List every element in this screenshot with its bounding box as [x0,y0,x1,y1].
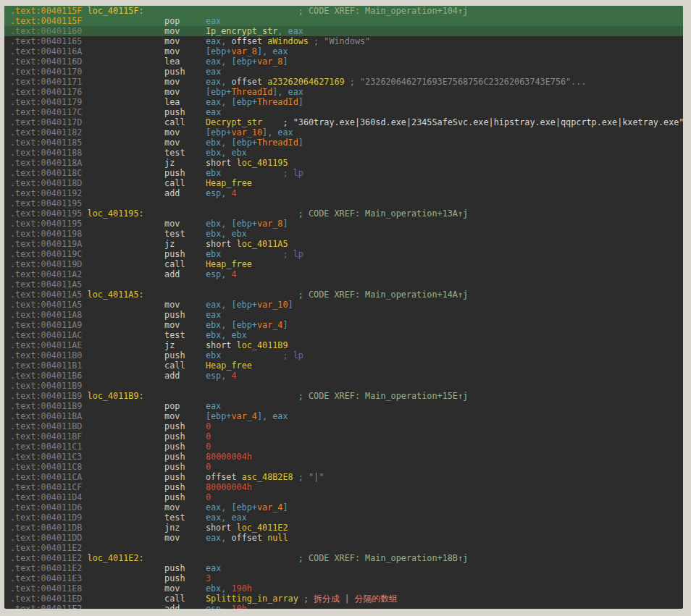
asm-line[interactable]: .text:00401198 test ebx, ebx [4,229,683,239]
token-o: var_8 [231,46,257,56]
asm-line[interactable]: .text:004011E3 push 3 [4,573,683,583]
asm-line[interactable]: .text:004011D4 push 0 [4,492,683,502]
asm-line[interactable]: .text:004011BD push 0 [4,421,683,431]
asm-line[interactable]: .text:0040118C push ebx ; lp [4,168,683,178]
token-ad: .text:004011A2 [10,269,82,279]
asm-line[interactable]: .text:00401179 lea eax, [ebp+ThreadId] [4,97,683,107]
asm-line[interactable]: .text:00401182 mov [ebp+var_10], eax [4,127,683,138]
asm-line[interactable]: .text:004011AE jz short loc_4011B9 [4,340,683,350]
token-mn: jz [164,340,175,350]
asm-line[interactable]: .text:004011E8 mov ebx, 190h [4,583,683,594]
token-r: ] [298,138,303,148]
token-kw: short [206,340,237,350]
token-ad: .text:004011BD [10,421,82,431]
token-ad: .text:004011E8 [10,583,82,594]
asm-line[interactable]: .text:0040119C push ebx ; lp [4,249,683,259]
asm-line[interactable]: .text:004011F2 add esp, 10h [4,604,683,609]
token-mn: push [164,310,185,320]
asm-line[interactable]: .text:00401188 test ebx, ebx [4,148,683,158]
asm-line[interactable]: .text:004011E2 loc_4011E2: ; CODE XREF: … [4,553,683,563]
token-nm: null [267,533,288,543]
token-o: var_8 [257,219,283,229]
asm-line[interactable]: .text:004011A5 loc_4011A5: ; CODE XREF: … [4,290,683,300]
token-mn: push [164,67,185,77]
token-r: eax, [206,36,232,46]
asm-line[interactable]: .text:004011C3 push 80000004h [4,452,683,462]
token-ad: .text:0040117C [10,107,82,117]
asm-line[interactable]: .text:004011A5 [4,279,683,290]
asm-line[interactable]: .text:00401176 mov [ebp+ThreadId], eax [4,87,683,97]
asm-line[interactable]: .text:0040116D lea eax, [ebp+var_8] [4,56,683,67]
asm-line[interactable]: .text:0040118A jz short loc_401195 [4,158,683,168]
token-r: [ebp+ [206,127,232,138]
token-n: 190h [231,583,251,594]
token-o: ThreadId [231,87,272,97]
token-mn: add [164,188,180,198]
asm-line[interactable]: .text:004011D9 test eax, eax [4,512,683,523]
asm-line[interactable]: .text:00401160 mov Ip_encrypt_str, eax [4,26,683,36]
asm-line[interactable]: .text:004011B9 [4,381,683,391]
asm-line[interactable]: .text:0040117D call Decrypt_str ; "360tr… [4,117,683,127]
asm-line[interactable]: .text:0040115F loc_40115F: ; CODE XREF: … [4,6,683,16]
token-n: 0 [206,421,211,431]
asm-line[interactable]: .text:00401195 [4,198,683,208]
asm-line[interactable]: .text:004011B6 add esp, 4 [4,371,683,381]
token-adsel: .text:0040115F [10,6,82,16]
asm-line[interactable]: .text:004011D6 mov eax, [ebp+var_4] [4,502,683,512]
asm-line[interactable]: .text:004011DB jnz short loc_4011E2 [4,523,683,533]
token-ad: .text:00401165 [10,36,82,46]
asm-line[interactable]: .text:004011C1 push 0 [4,442,683,452]
asm-line[interactable]: .text:004011CA push offset asc_48B2E8 ; … [4,472,683,482]
asm-line[interactable]: .text:004011B0 push ebx ; lp [4,350,683,360]
token-r: ], eax [257,411,288,421]
asm-line[interactable]: .text:00401192 add esp, 4 [4,188,683,198]
token-ad: .text:004011D6 [10,502,82,512]
token-r: , eax [277,26,303,36]
asm-line[interactable]: .text:004011E2 [4,543,683,553]
asm-line[interactable]: .text:00401185 mov ebx, [ebp+ThreadId] [4,138,683,148]
asm-line[interactable]: .text:0040115F pop eax [4,16,683,26]
token-n: 4 [231,269,236,279]
token-ad: .text:0040116A [10,46,82,56]
token-ad: .text:0040118C [10,168,82,178]
token-mn: mov [164,502,180,512]
asm-line[interactable]: .text:00401165 mov eax, offset aWindows … [4,36,683,46]
disassembly-view[interactable]: .text:0040115F loc_40115F: ; CODE XREF: … [4,6,683,609]
asm-line[interactable]: .text:00401171 mov eax, offset a23262064… [4,77,683,87]
asm-line[interactable]: .text:004011E2 push eax [4,563,683,573]
asm-line[interactable]: .text:0040119A jz short loc_4011A5 [4,239,683,249]
asm-line[interactable]: .text:004011AC test ebx, ebx [4,330,683,340]
asm-line[interactable]: .text:0040119D call Heap_free [4,259,683,269]
token-mn: pop [164,401,180,411]
token-nm: a23262064627169 [267,77,345,87]
asm-line[interactable]: .text:004011BF push 0 [4,431,683,442]
asm-line[interactable]: .text:00401170 push eax [4,67,683,77]
asm-line[interactable]: .text:004011B1 call Heap_free [4,360,683,371]
token-ad: .text:0040118A [10,158,82,168]
asm-line[interactable]: .text:004011A5 mov eax, [ebp+var_10] [4,300,683,310]
asm-line[interactable]: .text:004011CF push 80000004h [4,482,683,492]
token-n: 0 [206,431,211,442]
asm-line[interactable]: .text:004011B9 loc_4011B9: ; CODE XREF: … [4,391,683,401]
asm-line[interactable]: .text:004011DD mov eax, offset null [4,533,683,543]
asm-line[interactable]: .text:0040116A mov [ebp+var_8], eax [4,46,683,56]
asm-line[interactable]: .text:004011BA mov [ebp+var_4], eax [4,411,683,421]
asm-line[interactable]: .text:0040117C push eax [4,107,683,117]
token-o: var_4 [257,320,283,330]
asm-line[interactable]: .text:004011ED call Splitting_in_array ;… [4,594,683,604]
asm-line[interactable]: .text:004011A2 add esp, 4 [4,269,683,279]
token-cx: ; CODE XREF: Main_operation+104↑j [298,6,468,16]
asm-line[interactable]: .text:004011A9 mov ebx, [ebp+var_4] [4,320,683,330]
token-r: ] [288,300,293,310]
token-ad: .text:004011C3 [10,452,82,462]
token-pale: Ip_encrypt_str [206,26,277,36]
asm-line[interactable]: .text:004011B9 pop eax [4,401,683,411]
asm-line[interactable]: .text:004011A8 push eax [4,310,683,320]
token-ad: .text:0040118D [10,178,82,188]
asm-line[interactable]: .text:00401195 loc_401195: ; CODE XREF: … [4,208,683,219]
token-cx: ; CODE XREF: Main_operation+14A↑j [298,290,468,300]
asm-line[interactable]: .text:0040118D call Heap_free [4,178,683,188]
asm-line[interactable]: .text:00401195 mov ebx, [ebp+var_8] [4,219,683,229]
asm-line[interactable]: .text:004011C8 push 0 [4,462,683,472]
token-n: 0 [206,492,211,502]
